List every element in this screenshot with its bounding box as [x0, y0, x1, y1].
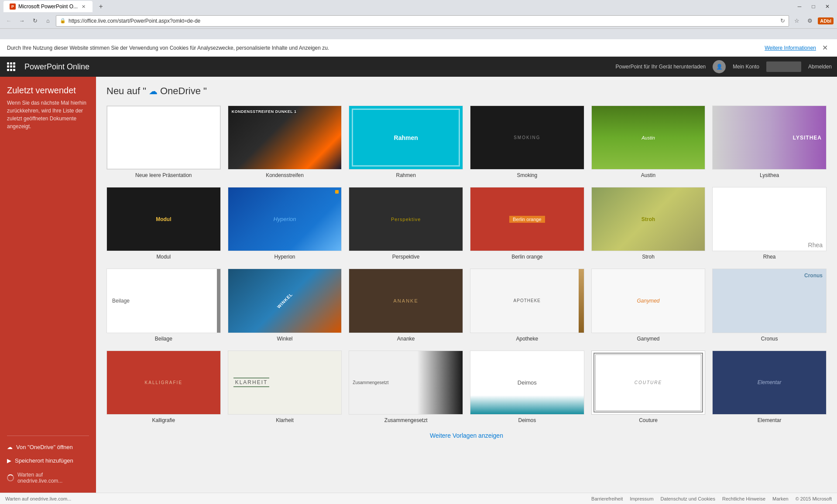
- header-service: OneDrive: [160, 85, 201, 97]
- grid-dot: [7, 69, 9, 71]
- template-item-rahmen[interactable]: Rahmen Rahmen: [349, 106, 463, 178]
- template-thumb-elementar: Elementar: [712, 351, 827, 415]
- signout-link[interactable]: Abmelden: [808, 64, 832, 70]
- refresh-button[interactable]: ↻: [30, 16, 40, 26]
- modul-text: Modul: [156, 216, 171, 222]
- grid-dot: [13, 62, 15, 65]
- tab-close-button[interactable]: ✕: [80, 3, 86, 10]
- template-item-klarheit[interactable]: KLARHEIT Klarheit: [228, 351, 342, 423]
- status-link-impressum[interactable]: Impressum: [630, 496, 653, 501]
- template-thumb-smoking: SMOKING: [470, 106, 584, 170]
- couture-text: COUTURE: [635, 380, 662, 385]
- more-templates-link[interactable]: Weitere Vorlagen anzeigen: [430, 432, 503, 439]
- template-item-hyperion[interactable]: Hyperion Hyperion: [228, 187, 342, 260]
- template-item-deimos[interactable]: Deimos Deimos: [470, 351, 584, 423]
- template-item-ananke[interactable]: ANANKE Ananke: [349, 269, 463, 341]
- app-grid-button[interactable]: [5, 61, 17, 73]
- deimos-text: Deimos: [518, 379, 537, 386]
- ananke-text: ANANKE: [394, 298, 418, 303]
- cookie-text: Durch Ihre Nutzung dieser Website stimme…: [7, 45, 329, 51]
- app-title: PowerPoint Online: [24, 62, 89, 72]
- cookie-info-link[interactable]: Weitere Informationen: [765, 45, 816, 51]
- user-avatar[interactable]: 👤: [713, 60, 726, 73]
- star-icon[interactable]: ☆: [792, 16, 802, 26]
- status-link-privacy[interactable]: Datenschutz und Cookies: [661, 496, 715, 501]
- template-label-rahmen: Rahmen: [349, 172, 463, 178]
- template-thumb-zusammengesetzt: Zusammengesetzt: [349, 351, 463, 415]
- address-refresh-icon[interactable]: ↻: [780, 17, 785, 24]
- browser-chrome: P Microsoft PowerPoint O... ✕ + ─ □ ✕ ← …: [0, 0, 837, 39]
- status-link-accessibility[interactable]: Barrierefreiheit: [591, 496, 623, 501]
- rhea-text: Rhea: [808, 242, 823, 249]
- template-label-perspektive: Perspektive: [349, 254, 463, 260]
- berlinorange-text: Berlin orange: [509, 216, 545, 223]
- onedrive-icon: ☁: [149, 86, 158, 96]
- template-thumb-winkel: WINKEL: [228, 269, 342, 333]
- template-item-winkel[interactable]: WINKEL Winkel: [228, 269, 342, 341]
- hyperion-text: Hyperion: [273, 216, 296, 222]
- lock-icon: 🔒: [60, 18, 66, 24]
- template-item-berlinorange[interactable]: Berlin orange Berlin orange: [470, 187, 584, 260]
- search-bar[interactable]: [766, 61, 801, 72]
- template-item-blank[interactable]: Neue leere Präsentation: [106, 106, 221, 178]
- cookie-close-button[interactable]: ✕: [820, 43, 830, 53]
- back-button[interactable]: ←: [3, 16, 14, 26]
- status-left: Warten auf onedrive.live.com...: [5, 496, 71, 501]
- template-item-austin[interactable]: Austin Austin: [591, 106, 706, 178]
- beilage-bar: [217, 269, 220, 332]
- add-storage-button[interactable]: ▶ Speicherort hinzufügen: [7, 455, 89, 467]
- template-label-lysithea: Lysithea: [712, 172, 827, 178]
- home-button[interactable]: ⌂: [43, 16, 53, 26]
- template-label-austin: Austin: [591, 172, 706, 178]
- window-controls: ─ □ ✕: [793, 2, 834, 11]
- minimize-button[interactable]: ─: [793, 2, 806, 11]
- template-item-lysithea[interactable]: LYSITHEA Lysithea: [712, 106, 827, 178]
- template-item-kondensstreifen[interactable]: KONDENSSTREIFEN DUNKEL 1 Kondensstreifen: [228, 106, 342, 178]
- template-item-rhea[interactable]: Rhea Rhea: [712, 187, 827, 260]
- template-item-stroh[interactable]: Stroh Stroh: [591, 187, 706, 260]
- template-thumb-perspektive: Perspektive: [349, 187, 463, 251]
- status-link-brands[interactable]: Marken: [772, 496, 789, 501]
- couture-inner: COUTURE: [595, 354, 702, 411]
- template-label-berlinorange: Berlin orange: [470, 254, 584, 260]
- template-label-apotheke: Apotheke: [470, 336, 584, 342]
- adblock-badge: ADbl: [818, 17, 834, 24]
- browser-tab[interactable]: P Microsoft PowerPoint O... ✕: [3, 1, 93, 12]
- open-onedrive-button[interactable]: ☁ Von "OneDrive" öffnen: [7, 441, 89, 453]
- template-thumb-apotheke: APOTHEKE: [470, 269, 584, 333]
- sidebar-empty-text: Wenn Sie das nächste Mal hierhin zurückk…: [7, 99, 89, 130]
- winkel-text: WINKEL: [276, 292, 294, 310]
- download-link[interactable]: PowerPoint für Ihr Gerät herunterladen: [615, 64, 706, 70]
- grid-dot: [7, 65, 9, 68]
- account-link[interactable]: Mein Konto: [733, 64, 759, 70]
- template-label-rhea: Rhea: [712, 254, 827, 260]
- template-item-kalligrafie[interactable]: KALLIGRAFIE Kalligrafie: [106, 351, 221, 423]
- maximize-button[interactable]: □: [807, 2, 820, 11]
- tab-title: Microsoft PowerPoint O...: [18, 3, 78, 10]
- template-item-elementar[interactable]: Elementar Elementar: [712, 351, 827, 423]
- grid-dot: [7, 62, 9, 65]
- settings-icon[interactable]: ⚙: [805, 16, 815, 26]
- template-item-couture[interactable]: COUTURE Couture: [591, 351, 706, 423]
- address-bar[interactable]: 🔒 https://office.live.com/start/PowerPoi…: [56, 15, 789, 27]
- template-grid: Neue leere Präsentation KONDENSSTREIFEN …: [106, 106, 827, 423]
- close-button[interactable]: ✕: [821, 2, 834, 11]
- template-item-beilage[interactable]: Beilage Beilage: [106, 269, 221, 341]
- spinner-icon: [7, 474, 14, 481]
- status-link-legal[interactable]: Rechtliche Hinweise: [722, 496, 765, 501]
- zusammen-text: Zusammengesetzt: [353, 380, 388, 385]
- template-item-smoking[interactable]: SMOKING Smoking: [470, 106, 584, 178]
- template-item-ganymed[interactable]: Ganymed Ganymed: [591, 269, 706, 341]
- template-item-perspektive[interactable]: Perspektive Perspektive: [349, 187, 463, 260]
- template-thumb-cronus: Cronus: [712, 269, 827, 333]
- template-item-modul[interactable]: Modul Modul: [106, 187, 221, 260]
- new-tab-button[interactable]: +: [95, 1, 106, 12]
- rahmen-border: Rahmen: [352, 109, 460, 167]
- template-thumb-couture: COUTURE: [591, 351, 706, 415]
- template-item-cronus[interactable]: Cronus Cronus: [712, 269, 827, 341]
- forward-button[interactable]: →: [17, 16, 27, 26]
- more-templates-section: Weitere Vorlagen anzeigen: [106, 432, 827, 439]
- template-item-apotheke[interactable]: APOTHEKE Apotheke: [470, 269, 584, 341]
- template-item-zusammengesetzt[interactable]: Zusammengesetzt Zusammengesetzt: [349, 351, 463, 423]
- sidebar-divider: [7, 436, 89, 436]
